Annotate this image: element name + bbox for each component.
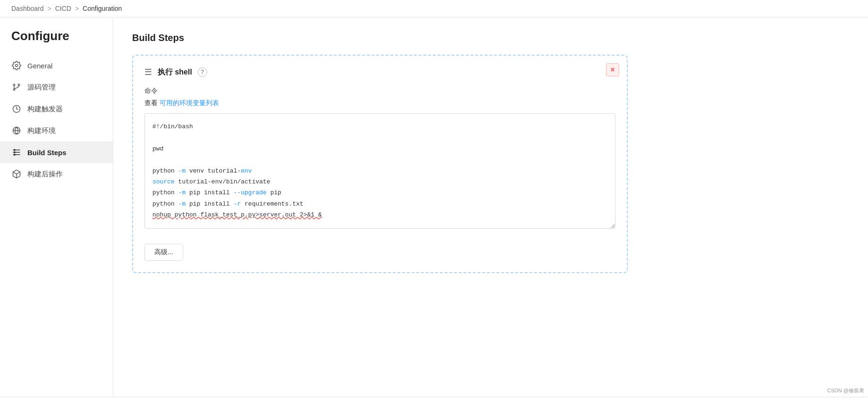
breadcrumb: Dashboard > CICD > Configuration [0,0,868,17]
globe-icon [11,125,22,136]
sidebar-label-env: 构建环境 [27,126,56,135]
svg-point-13 [14,154,15,156]
code-line-pwd: pwd [152,143,607,154]
svg-point-2 [18,84,19,85]
code-line-pip-upgrade: python -m pip install --upgrade pip [152,187,607,198]
code-line-venv: python -m venv tutorial-env [152,166,607,176]
svg-point-0 [16,65,18,67]
svg-point-11 [14,149,15,151]
breadcrumb-sep-1: > [48,5,51,12]
code-line-blank-2 [152,154,607,165]
list-icon [11,147,22,158]
section-title: Build Steps [132,33,849,43]
step-label: 执行 shell [158,67,192,77]
sidebar-item-post-build[interactable]: 构建后操作 [0,163,113,185]
step-header: ☰ 执行 shell ? [144,67,615,77]
breadcrumb-sep-2: > [75,5,79,12]
step-card: × ☰ 执行 shell ? 命令 查看 可用的环境变量列表 #!/bin/ba… [132,55,628,273]
branch-icon [11,82,22,92]
sidebar-item-env[interactable]: 构建环境 [0,120,113,141]
code-line-nohup: nohup python flask_test_p.py>server.out … [152,209,607,220]
sidebar-label-build-steps: Build Steps [27,149,67,157]
code-line-source: source tutorial-env/bin/activate [152,176,607,187]
code-editor[interactable]: #!/bin/bash pwd python -m venv tutorial-… [144,113,615,229]
sidebar-item-build-steps[interactable]: Build Steps [0,141,113,163]
watermark: CSDN @修炼果 [827,387,864,394]
sidebar-label-general: General [27,62,52,70]
sidebar-label-trigger: 构建触发器 [27,105,63,114]
env-link[interactable]: 可用的环境变量列表 [160,99,219,107]
svg-point-12 [14,152,15,153]
breadcrumb-cicd[interactable]: CICD [55,5,71,12]
code-line-1: #!/bin/bash [152,121,607,132]
box-icon [11,169,22,179]
cmd-label: 命令 [144,87,615,95]
sidebar-item-general[interactable]: General [0,55,113,76]
code-line-pip-install: python -m pip install -r requirements.tx… [152,199,607,209]
sidebar-item-source[interactable]: 源码管理 [0,76,113,98]
sidebar-label-post-build: 构建后操作 [27,170,63,179]
sidebar: Configure General 源码 [0,17,113,396]
main-content: Build Steps × ☰ 执行 shell ? 命令 查看 可用的环境变量… [113,17,868,396]
sidebar-item-trigger[interactable]: 构建触发器 [0,98,113,120]
advanced-button[interactable]: 高级... [144,244,183,261]
breadcrumb-configuration: Configuration [83,5,122,12]
env-link-prefix: 查看 [144,99,160,107]
sidebar-label-source: 源码管理 [27,83,56,92]
breadcrumb-dashboard[interactable]: Dashboard [11,5,44,12]
page-layout: Configure General 源码 [0,17,868,396]
env-link-row: 查看 可用的环境变量列表 [144,99,615,108]
clock-icon [11,104,22,114]
drag-handle-icon[interactable]: ☰ [144,67,152,77]
close-button[interactable]: × [606,63,619,76]
sidebar-title: Configure [0,29,113,55]
help-icon[interactable]: ? [198,67,207,77]
code-line-blank-1 [152,132,607,143]
svg-point-1 [13,89,15,90]
svg-point-3 [13,84,15,85]
gear-icon [11,60,22,71]
